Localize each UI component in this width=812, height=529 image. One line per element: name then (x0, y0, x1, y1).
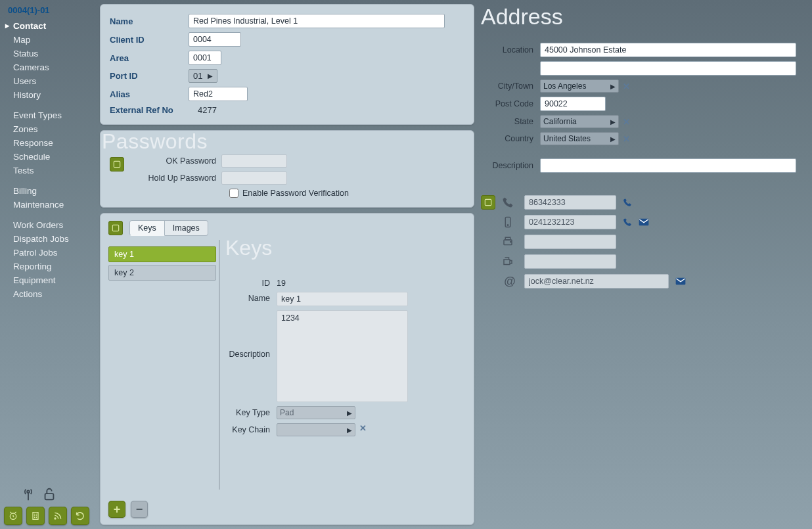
tab-keys[interactable]: Keys (129, 220, 165, 236)
address-description-input[interactable] (540, 158, 796, 173)
sidebar-item-patrol-jobs[interactable]: Patrol Jobs (5, 246, 99, 260)
sidebar-item-maintenance[interactable]: Maintenance (5, 198, 99, 212)
svg-rect-5 (114, 161, 120, 167)
post-code-input[interactable] (540, 97, 606, 111)
sidebar-item-dispatch-jobs[interactable]: Dispatch Jobs (5, 232, 99, 246)
alarm-clock-icon[interactable] (4, 507, 22, 525)
chevron-right-icon: ▶ (610, 135, 616, 143)
sidebar-item-contact[interactable]: Contact (5, 19, 99, 33)
key-list-item[interactable]: key 2 (108, 265, 216, 281)
unlock-icon[interactable] (42, 487, 56, 501)
remove-key-button[interactable]: − (131, 501, 148, 518)
building-icon[interactable] (26, 507, 45, 525)
pager-icon (502, 256, 518, 267)
chevron-right-icon: ▶ (347, 426, 352, 434)
phone-action-icon[interactable] (623, 198, 632, 207)
sidebar-item-schedule[interactable]: Schedule (5, 150, 99, 164)
sidebar-item-map[interactable]: Map (5, 33, 99, 47)
port-id-select[interactable]: 01 ▶ (189, 69, 217, 83)
sidebar-item-zones[interactable]: Zones (5, 122, 99, 136)
keys-tabbar: Keys Images (129, 220, 208, 236)
sidebar-item-response[interactable]: Response (5, 136, 99, 150)
chevron-right-icon: ▶ (610, 118, 616, 126)
key-chain-clear-button[interactable]: ✕ (359, 423, 367, 433)
svg-rect-12 (505, 237, 510, 240)
sidebar-item-billing[interactable]: Billing (5, 184, 99, 198)
fax-input[interactable] (524, 235, 616, 249)
sidebar-item-cameras[interactable]: Cameras (5, 60, 99, 74)
sidebar-item-status[interactable]: Status (5, 47, 99, 60)
contact-panel-icon[interactable] (481, 195, 495, 210)
label-holdup-password: Hold Up Password (136, 173, 221, 183)
key-description-input[interactable] (277, 310, 408, 402)
left-column: Name Client ID Area Port ID 01 ▶ Alias (100, 4, 474, 525)
address-panel: Address Location City/Town Los Angeles ▶… (481, 4, 807, 525)
tab-images[interactable]: Images (165, 220, 208, 236)
enable-password-verification-checkbox[interactable] (229, 189, 238, 198)
passwords-title: Passwords (102, 129, 208, 154)
sidebar-item-tests[interactable]: Tests (5, 164, 99, 177)
label-location: Location (481, 45, 540, 55)
at-icon: @ (502, 275, 518, 288)
chevron-right-icon: ▶ (347, 409, 352, 417)
state-select[interactable]: California ▶ (540, 115, 619, 128)
sidebar-item-work-orders[interactable]: Work Orders (5, 218, 99, 232)
mobile-mail-icon[interactable] (639, 218, 649, 226)
rss-icon[interactable] (49, 507, 67, 525)
phone-input[interactable] (524, 195, 616, 210)
holdup-password-input[interactable] (221, 172, 287, 185)
key-name-input[interactable] (277, 292, 408, 306)
email-input[interactable] (524, 274, 669, 288)
undo-icon[interactable] (71, 507, 89, 525)
label-ext-ref: External Ref No (110, 105, 189, 115)
keys-panel-icon[interactable] (108, 221, 123, 235)
address-title: Address (481, 4, 807, 30)
antenna-icon[interactable] (21, 487, 35, 501)
client-id-input[interactable] (189, 32, 241, 47)
ok-password-input[interactable] (221, 154, 287, 168)
state-clear-button[interactable]: ✕ (623, 117, 630, 127)
country-clear-button[interactable]: ✕ (623, 134, 630, 144)
alias-input[interactable] (189, 87, 248, 101)
area-input[interactable] (189, 51, 221, 65)
label-key-description: Description (224, 310, 277, 359)
sidebar-item-reporting[interactable]: Reporting (5, 260, 99, 273)
key-detail: Keys ID 19 Name Description (224, 240, 466, 490)
sidebar-item-event-types[interactable]: Event Types (5, 108, 99, 122)
sidebar-item-history[interactable]: History (5, 88, 99, 102)
sidebar-item-actions[interactable]: Actions (5, 287, 99, 301)
password-panel-icon[interactable] (110, 157, 124, 172)
svg-rect-7 (485, 199, 491, 205)
city-clear-button[interactable]: ✕ (623, 81, 630, 91)
keys-list: key 1 key 2 (108, 240, 220, 490)
pager-input[interactable] (524, 254, 616, 269)
mobile-call-icon[interactable] (623, 218, 632, 227)
key-list-item[interactable]: key 1 (108, 246, 216, 262)
identity-panel: Name Client ID Area Port ID 01 ▶ Alias (100, 4, 474, 125)
label-key-type: Key Type (224, 406, 277, 417)
svg-point-13 (510, 241, 512, 242)
keys-panel: Keys Images key 1 key 2 Keys ID 19 (100, 213, 474, 525)
sidebar-item-users[interactable]: Users (5, 74, 99, 88)
label-post: Post Code (481, 99, 540, 108)
ext-ref-value: 4277 (189, 105, 217, 115)
city-select[interactable]: Los Angeles ▶ (540, 80, 619, 93)
key-chain-select[interactable]: ▶ (277, 423, 355, 436)
svg-rect-3 (33, 513, 38, 520)
send-mail-icon[interactable] (675, 277, 686, 285)
label-key-chain: Key Chain (224, 423, 277, 434)
label-ok-password: OK Password (136, 156, 221, 166)
key-type-select[interactable]: Pad ▶ (277, 406, 355, 419)
add-key-button[interactable]: + (108, 501, 125, 518)
label-alias: Alias (110, 89, 189, 99)
sidebar-item-equipment[interactable]: Equipment (5, 273, 99, 287)
label-port-id: Port ID (110, 71, 189, 81)
location-line2-input[interactable] (540, 61, 796, 76)
label-city: City/Town (481, 81, 540, 91)
mobile-input[interactable] (524, 215, 616, 229)
country-select[interactable]: United States ▶ (540, 132, 619, 145)
phone-icon (502, 196, 518, 208)
location-line1-input[interactable] (540, 43, 796, 57)
label-key-name: Name (224, 292, 277, 303)
name-input[interactable] (189, 14, 445, 28)
